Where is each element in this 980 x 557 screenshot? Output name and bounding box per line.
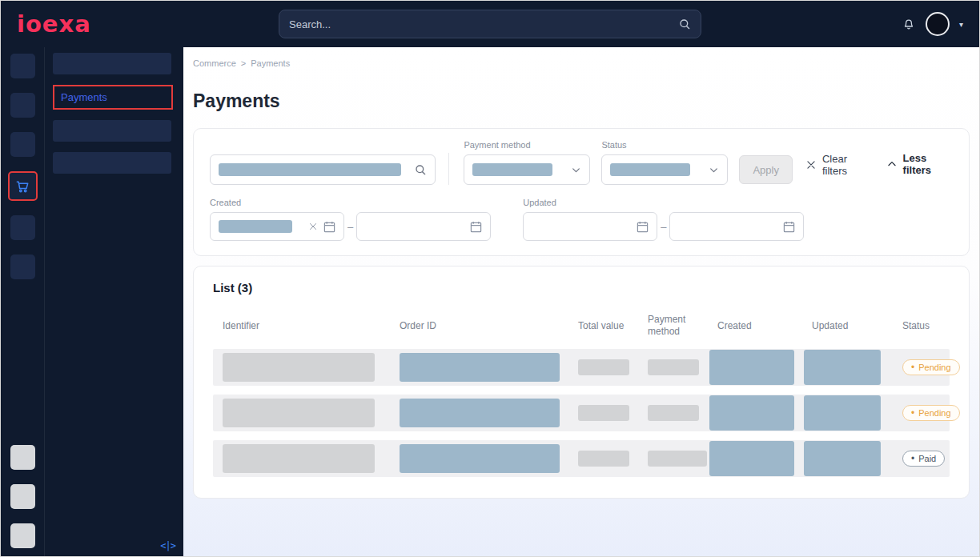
payment-method-label: Payment method	[464, 140, 590, 150]
redacted-order-id	[400, 353, 560, 382]
redacted-identifier	[223, 353, 375, 382]
redacted-order-id	[400, 444, 560, 473]
redacted-updated	[804, 395, 881, 431]
column-header-updated: Updated	[802, 320, 893, 332]
redacted-created	[709, 395, 794, 431]
redacted-order-id	[400, 399, 560, 427]
rail-bottom-item-1[interactable]	[10, 445, 35, 470]
calendar-icon[interactable]	[470, 221, 482, 233]
body: Payments <|> Commerce > Payments Payment…	[1, 47, 979, 556]
global-search-input[interactable]	[289, 18, 678, 30]
list-title: List (3)	[213, 281, 950, 295]
filter-search-input[interactable]	[210, 154, 436, 185]
redacted-updated	[804, 350, 881, 385]
breadcrumb-commerce[interactable]: Commerce	[193, 58, 236, 68]
redacted-total-value	[578, 359, 629, 375]
rail-item-3[interactable]	[10, 132, 35, 157]
rail-bottom-item-3[interactable]	[10, 523, 35, 548]
redacted-total-value	[578, 405, 629, 421]
calendar-icon[interactable]	[783, 221, 795, 233]
redacted-created	[709, 350, 794, 385]
status-badge: Pending	[902, 405, 960, 421]
created-from-input[interactable]	[210, 212, 344, 241]
status-badge: Pending	[902, 359, 960, 375]
calendar-icon[interactable]	[323, 221, 335, 233]
sidebar-item-redacted-2[interactable]	[53, 120, 171, 142]
bell-icon[interactable]	[902, 17, 916, 31]
column-header-identifier: Identifier	[213, 320, 390, 332]
rail-item-commerce[interactable]	[8, 171, 38, 201]
less-filters-label: Less filters	[903, 152, 953, 176]
divider	[448, 153, 449, 185]
rail-item-5[interactable]	[10, 215, 35, 240]
calendar-icon[interactable]	[637, 221, 649, 233]
table-row[interactable]: Pending	[213, 395, 950, 431]
updated-to-input[interactable]	[669, 212, 804, 241]
redacted-total-value	[578, 451, 629, 467]
caret-down-icon[interactable]: ▾	[959, 20, 963, 29]
range-separator: –	[347, 221, 353, 233]
updated-range-field: Updated –	[523, 198, 804, 241]
rail-bottom-item-2[interactable]	[10, 484, 35, 509]
sidebar: Payments <|>	[45, 47, 183, 556]
breadcrumb-separator: >	[241, 58, 246, 68]
sidebar-item-payments-label: Payments	[61, 91, 107, 103]
redacted-created-from-value	[219, 220, 292, 233]
clear-filters-label: Clear filters	[822, 153, 870, 177]
payment-method-field: Payment method	[464, 140, 590, 185]
logo[interactable]: ioexa	[17, 10, 91, 38]
filter-row-2: Created –	[210, 198, 953, 241]
created-range-field: Created –	[210, 198, 491, 241]
status-badge: Paid	[902, 451, 945, 467]
filter-row-1: Payment method Status	[210, 140, 953, 185]
table-row[interactable]: Pending	[213, 349, 950, 386]
status-field: Status	[601, 140, 728, 185]
icon-rail	[1, 47, 45, 556]
search-icon[interactable]	[678, 18, 691, 30]
clear-filters-button[interactable]: Clear filters	[805, 153, 870, 177]
sidebar-item-redacted-1[interactable]	[53, 53, 171, 74]
redacted-identifier	[223, 444, 375, 473]
topbar: ioexa ▾	[1, 1, 979, 47]
column-header-payment-method: Payment method	[638, 314, 708, 338]
status-select[interactable]	[601, 154, 728, 185]
rail-item-6[interactable]	[10, 254, 35, 279]
global-search[interactable]	[279, 10, 701, 38]
updated-from-input[interactable]	[523, 212, 657, 241]
list-panel: List (3) Identifier Order ID Total value…	[193, 266, 970, 499]
table-row[interactable]: Paid	[213, 440, 950, 477]
redacted-search-value	[219, 163, 401, 176]
created-to-input[interactable]	[356, 212, 491, 241]
less-filters-button[interactable]: Less filters	[886, 152, 953, 176]
redacted-payment-method-value	[472, 163, 552, 176]
redacted-payment-method	[648, 451, 707, 467]
sidebar-collapse-icon[interactable]: <|>	[160, 540, 175, 551]
status-label: Status	[601, 140, 728, 150]
page-title: Payments	[193, 90, 970, 112]
main-content: Commerce > Payments Payments Paym	[183, 47, 979, 556]
search-icon[interactable]	[414, 163, 427, 176]
rail-item-1[interactable]	[10, 54, 35, 78]
chevron-down-icon[interactable]	[709, 165, 719, 175]
created-label: Created	[210, 198, 491, 207]
filter-panel: Payment method Status	[193, 128, 970, 256]
breadcrumb-payments: Payments	[251, 58, 290, 68]
apply-button[interactable]: Apply	[739, 155, 793, 184]
redacted-status-value	[610, 163, 690, 176]
rail-item-2[interactable]	[10, 93, 35, 118]
avatar[interactable]	[926, 12, 950, 36]
sidebar-item-payments[interactable]: Payments	[53, 85, 173, 110]
sidebar-item-redacted-3[interactable]	[53, 152, 171, 174]
close-icon	[805, 159, 817, 170]
chevron-up-icon	[886, 158, 898, 170]
chevron-down-icon[interactable]	[571, 165, 581, 175]
redacted-created	[709, 441, 794, 476]
column-header-created: Created	[708, 320, 802, 332]
range-separator: –	[661, 221, 666, 233]
app-window: ioexa ▾	[1, 1, 979, 556]
redacted-identifier	[223, 399, 375, 427]
column-header-status: Status	[893, 320, 950, 332]
payment-method-select[interactable]	[464, 154, 590, 185]
redacted-payment-method	[648, 359, 699, 375]
clear-date-icon[interactable]	[308, 222, 318, 231]
